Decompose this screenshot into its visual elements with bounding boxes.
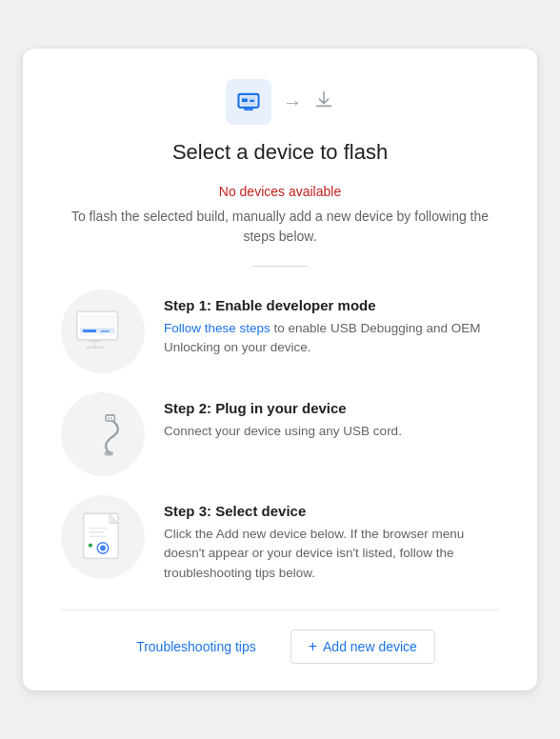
svg-rect-16 [106,415,114,421]
arrow-right-icon: → [283,91,302,113]
svg-rect-23 [90,535,107,537]
svg-rect-21 [90,527,109,529]
page-title: Select a device to flash [61,140,499,165]
svg-rect-3 [250,100,254,102]
step-3-title: Step 3: Select device [164,503,499,519]
add-device-label: Add new device [323,639,417,654]
plus-icon: + [309,638,317,655]
svg-rect-10 [83,330,96,332]
step-1-content: Step 1: Enable developer mode Follow the… [164,290,499,358]
main-card: → Select a device to flash No devices av… [23,49,537,690]
header-icons: → [61,79,499,125]
divider [251,266,309,267]
footer: Troubleshooting tips + Add new device [61,609,499,664]
step-1-desc: Follow these steps to enable USB Debuggi… [164,319,499,358]
svg-rect-11 [101,330,110,332]
device-icon-circle [226,79,271,125]
svg-point-24 [89,543,92,547]
step-2: Step 2: Plug in your device Connect your… [61,392,499,476]
svg-point-15 [76,408,130,461]
svg-rect-18 [111,417,113,419]
step-1-title: Step 1: Enable developer mode [164,297,499,313]
step-3-illustration [61,495,145,579]
step-1-illustration [61,290,145,373]
step-2-desc: Connect your device using any USB cord. [164,422,499,441]
step-1: Step 1: Enable developer mode Follow the… [61,290,499,373]
download-icon [313,90,334,115]
step-2-content: Step 2: Plug in your device Connect your… [164,392,499,441]
svg-point-26 [100,545,106,550]
svg-rect-2 [242,99,248,103]
step-3: Step 3: Select device Click the Add new … [61,495,499,583]
step-3-desc: Click the Add new device below. If the b… [164,525,499,583]
svg-rect-14 [86,347,104,349]
steps-list: Step 1: Enable developer mode Follow the… [61,290,499,583]
status-description: To flash the selected build, manually ad… [61,207,499,247]
developer-mode-icon [70,306,136,357]
follow-steps-link[interactable]: Follow these steps [164,321,270,335]
svg-rect-22 [90,531,105,533]
step-3-content: Step 3: Select device Click the Add new … [164,495,499,583]
add-device-button[interactable]: + Add new device [290,629,435,664]
status-error: No devices available [61,184,499,199]
step-2-illustration [61,392,145,476]
troubleshooting-button[interactable]: Troubleshooting tips [125,631,268,662]
svg-rect-17 [108,417,110,419]
select-device-icon [75,507,130,569]
step-2-title: Step 2: Plug in your device [164,400,499,416]
usb-plug-icon [73,405,132,464]
svg-rect-19 [105,451,113,456]
device-icon [235,89,262,115]
